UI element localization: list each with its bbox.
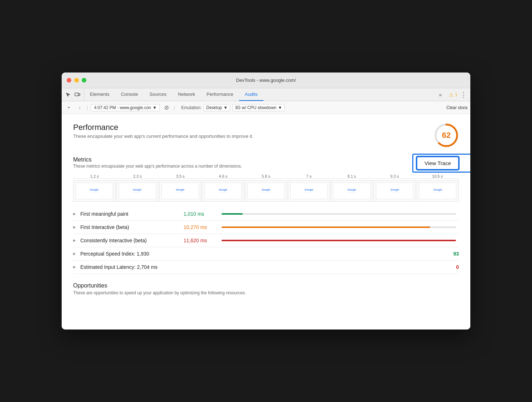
- view-trace-wrapper: View Trace: [417, 156, 459, 170]
- metric-row-3: ▶ Perceptual Speed Index: 1,930 93: [73, 247, 459, 261]
- timeline-labels: 1.2 s 2.3 s 3.5 s 4.6 s 5.8 s 7 s 8.1 s …: [73, 174, 459, 179]
- more-tabs-button[interactable]: »: [436, 88, 446, 101]
- filmstrip: Google ── ──── Google ── ────: [73, 180, 459, 202]
- metric-value-0: 1,010 ms: [184, 211, 216, 217]
- chevron-down-icon: ▼: [223, 105, 228, 110]
- film-frame-0: Google ── ────: [73, 180, 115, 202]
- metric-row-0: ▶ First meaningful paint 1,010 ms: [73, 207, 459, 221]
- opportunities-title: Opportunities: [73, 282, 459, 289]
- clear-storage-label: Clear stora: [446, 105, 467, 110]
- traffic-lights: [67, 78, 86, 83]
- maximize-button[interactable]: [82, 78, 86, 83]
- emulation-section: Emulation: Desktop ▼ 3G w/ CPU slowdown …: [181, 104, 285, 111]
- metric-label-4: Estimated Input Latency: 2,704 ms: [80, 264, 181, 270]
- separator-1: |: [87, 105, 88, 110]
- toolbar-right: ⚠ 1 ⋮: [445, 88, 470, 101]
- dropdown-icon: ▼: [153, 105, 157, 110]
- more-options-icon[interactable]: ⋮: [460, 91, 467, 99]
- timeline-label-3: 4.6 s: [202, 174, 245, 178]
- tab-console[interactable]: Console: [115, 88, 144, 101]
- expand-icon-2[interactable]: ▶: [73, 238, 77, 243]
- view-trace-button[interactable]: View Trace: [417, 156, 459, 170]
- metrics-header: Metrics These metrics encapsulate your w…: [73, 156, 459, 170]
- film-frame-1: Google ── ────: [116, 180, 158, 202]
- minimize-button[interactable]: [74, 78, 79, 83]
- metrics-section: Metrics These metrics encapsulate your w…: [73, 156, 459, 274]
- warning-badge: ⚠ 1: [449, 92, 457, 98]
- main-tabs: Elements Console Sources Network Perform…: [84, 88, 436, 101]
- expand-icon-4[interactable]: ▶: [73, 265, 77, 269]
- film-frame-5: Google ── ────: [288, 180, 330, 202]
- timeline-label-5: 7 s: [288, 174, 331, 178]
- metric-label-0: First meaningful paint: [80, 211, 181, 217]
- throttle-select[interactable]: 3G w/ CPU slowdown ▼: [232, 104, 285, 111]
- separator-2: |: [174, 105, 175, 110]
- chevron-down-icon-2: ▼: [278, 105, 282, 110]
- film-frame-7: Google ── ────: [374, 180, 416, 202]
- desktop-select[interactable]: Desktop ▼: [204, 104, 230, 111]
- metric-score-4: 0: [448, 264, 459, 270]
- window-title: DevTools - www.google.com/: [236, 78, 296, 83]
- metric-label-3: Perceptual Speed Index: 1,930: [80, 251, 181, 257]
- opportunities-desc: These are opportunities to speed up your…: [73, 290, 459, 295]
- metric-bar-2: [222, 240, 456, 241]
- metric-row-2: ▶ Consistently Interactive (beta) 11,620…: [73, 234, 459, 247]
- timeline-label-6: 8.1 s: [330, 174, 373, 178]
- svg-rect-0: [75, 93, 79, 96]
- metrics-title: Metrics: [73, 156, 242, 163]
- toolbar-icons: [62, 88, 84, 101]
- expand-icon-3[interactable]: ▶: [73, 252, 77, 256]
- opportunities-section: Opportunities These are opportunities to…: [73, 282, 459, 295]
- metric-bar-1: [222, 226, 456, 228]
- timeline-label-7: 9.3 s: [373, 174, 416, 178]
- svg-rect-1: [79, 94, 80, 95]
- timeline-label-0: 1.2 s: [73, 174, 116, 178]
- metric-bar-0: [222, 213, 456, 215]
- tab-performance[interactable]: Performance: [201, 88, 239, 101]
- performance-desc: These encapsulate your web app's current…: [73, 134, 253, 139]
- url-chip[interactable]: 4:07:42 PM - www.google.con ▼: [91, 104, 160, 111]
- add-button[interactable]: +: [65, 103, 73, 112]
- timeline-label-2: 3.5 s: [159, 174, 202, 178]
- timeline-label-1: 2.3 s: [116, 174, 159, 178]
- metric-value-2: 11,620 ms: [184, 238, 216, 243]
- score-number: 62: [442, 131, 451, 140]
- metric-label-2: Consistently Interactive (beta): [80, 238, 181, 243]
- expand-icon-1[interactable]: ▶: [73, 225, 77, 229]
- film-frame-6: Google ── ────: [331, 180, 373, 202]
- film-frame-2: Google ── ────: [159, 180, 201, 202]
- main-content: Performance These encapsulate your web a…: [62, 114, 470, 329]
- tab-audits[interactable]: Audits: [239, 88, 263, 101]
- close-button[interactable]: [67, 78, 71, 83]
- secondary-toolbar: + ↓ | 4:07:42 PM - www.google.con ▼ ⊘ | …: [62, 101, 470, 114]
- score-circle: 62: [434, 123, 459, 148]
- cursor-icon[interactable]: [65, 91, 72, 98]
- warning-icon: ⚠: [449, 92, 453, 98]
- metric-value-1: 10,270 ms: [184, 224, 216, 230]
- timeline-label-8: 10.5 s: [416, 174, 459, 178]
- film-frame-3: Google ── ────: [202, 180, 244, 202]
- download-button[interactable]: ↓: [75, 103, 84, 112]
- performance-title: Performance: [73, 123, 253, 132]
- device-toggle-icon[interactable]: [74, 91, 81, 98]
- warning-count: 1: [455, 92, 457, 97]
- tab-network[interactable]: Network: [172, 88, 201, 101]
- block-icon[interactable]: ⊘: [162, 103, 171, 112]
- metrics-header-text: Metrics These metrics encapsulate your w…: [73, 156, 242, 169]
- performance-header-text: Performance These encapsulate your web a…: [73, 123, 253, 139]
- metric-row-1: ▶ First Interactive (beta) 10,270 ms: [73, 221, 459, 234]
- film-frame-8: Google ── ────: [417, 180, 459, 202]
- performance-header: Performance These encapsulate your web a…: [73, 123, 459, 148]
- devtools-window: DevTools - www.google.com/ Elements Cons…: [62, 73, 470, 329]
- timeline-label-4: 5.8 s: [244, 174, 288, 178]
- expand-icon-0[interactable]: ▶: [73, 212, 77, 216]
- metric-score-3: 93: [448, 251, 459, 257]
- tab-elements[interactable]: Elements: [84, 88, 115, 101]
- tab-sources[interactable]: Sources: [144, 88, 172, 101]
- devtools-tab-bar: Elements Console Sources Network Perform…: [62, 88, 470, 101]
- title-bar: DevTools - www.google.com/: [62, 73, 470, 88]
- metrics-desc: These metrics encapsulate your web app's…: [73, 164, 242, 169]
- film-frame-4: Google ── ────: [245, 180, 287, 202]
- metric-label-1: First Interactive (beta): [80, 224, 181, 230]
- metric-row-4: ▶ Estimated Input Latency: 2,704 ms 0: [73, 261, 459, 274]
